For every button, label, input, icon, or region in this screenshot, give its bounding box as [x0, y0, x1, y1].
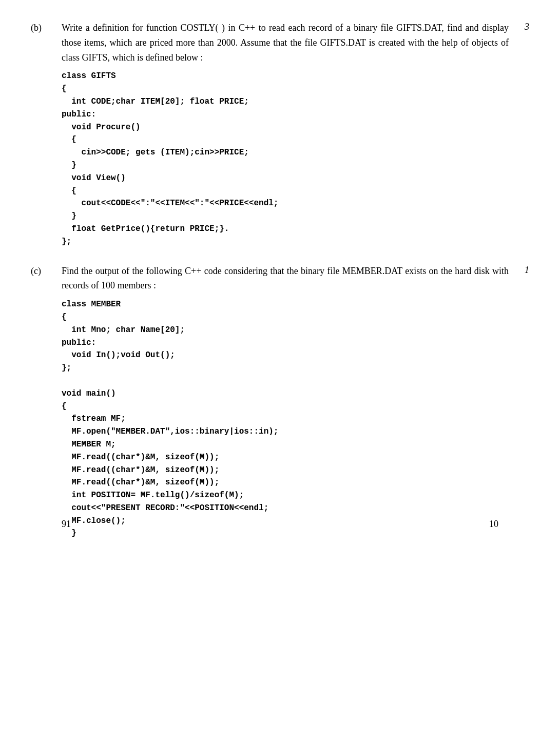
question-c-code: class MEMBER { int Mno; char Name[20]; p…	[62, 298, 509, 540]
question-c-content: Find the output of the following C++ cod…	[56, 264, 509, 540]
question-b-row: (b) Write a definition for function COST…	[31, 21, 529, 248]
question-b-marks: 3	[509, 21, 529, 32]
question-b-code: class GIFTS { int CODE;char ITEM[20]; fl…	[62, 70, 509, 248]
question-b-label: (b)	[31, 23, 42, 33]
footer-page-left: 91	[62, 519, 71, 530]
question-c-marks: 1	[509, 264, 529, 276]
footer: 91 10	[31, 519, 529, 530]
question-c-text: Find the output of the following C++ cod…	[62, 264, 509, 294]
footer-page-center: 10	[489, 519, 498, 530]
question-b-text: Write a definition for function COSTLY( …	[62, 21, 509, 65]
page-container: (b) Write a definition for function COST…	[31, 21, 529, 540]
question-c-label: (c)	[31, 266, 41, 276]
question-c-row: (c) Find the output of the following C++…	[31, 264, 529, 540]
question-b-content: Write a definition for function COSTLY( …	[56, 21, 509, 248]
